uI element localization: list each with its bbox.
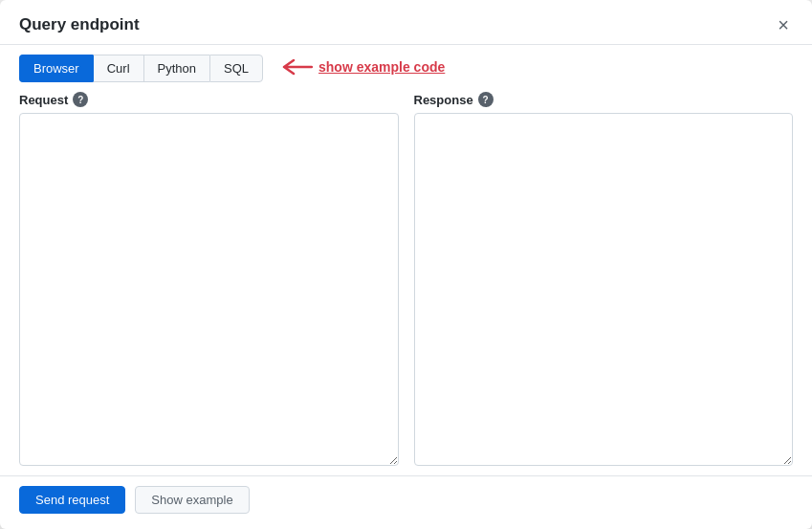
request-help-icon[interactable]: ? <box>73 92 88 107</box>
left-arrow-icon <box>276 56 313 77</box>
show-example-code-link[interactable]: show example code <box>318 59 445 75</box>
request-panel: Request ? <box>19 92 399 466</box>
request-panel-label: Request ? <box>19 92 399 107</box>
close-button[interactable]: × <box>774 15 793 34</box>
response-help-icon[interactable]: ? <box>478 92 494 107</box>
send-request-button[interactable]: Send request <box>19 486 125 514</box>
modal-title: Query endpoint <box>19 15 140 34</box>
response-textarea[interactable] <box>414 113 794 466</box>
show-example-annotation: show example code <box>276 56 445 77</box>
tab-python[interactable]: Python <box>143 55 209 82</box>
modal-header: Query endpoint × <box>0 0 812 45</box>
response-panel-label: Response ? <box>414 92 794 107</box>
tab-sql[interactable]: SQL <box>209 55 263 82</box>
modal-overlay: Query endpoint × Browser Curl Python SQL <box>0 0 812 529</box>
tabs-row: Browser Curl Python SQL show example cod… <box>0 45 812 82</box>
panels-row: Request ? Response ? <box>0 82 812 475</box>
query-endpoint-modal: Query endpoint × Browser Curl Python SQL <box>0 0 812 529</box>
tab-browser[interactable]: Browser <box>19 55 93 82</box>
request-textarea[interactable] <box>19 113 399 466</box>
modal-footer: Send request Show example <box>0 475 812 529</box>
tab-curl[interactable]: Curl <box>93 55 143 82</box>
show-example-button[interactable]: Show example <box>135 486 249 514</box>
response-panel: Response ? <box>414 92 794 466</box>
